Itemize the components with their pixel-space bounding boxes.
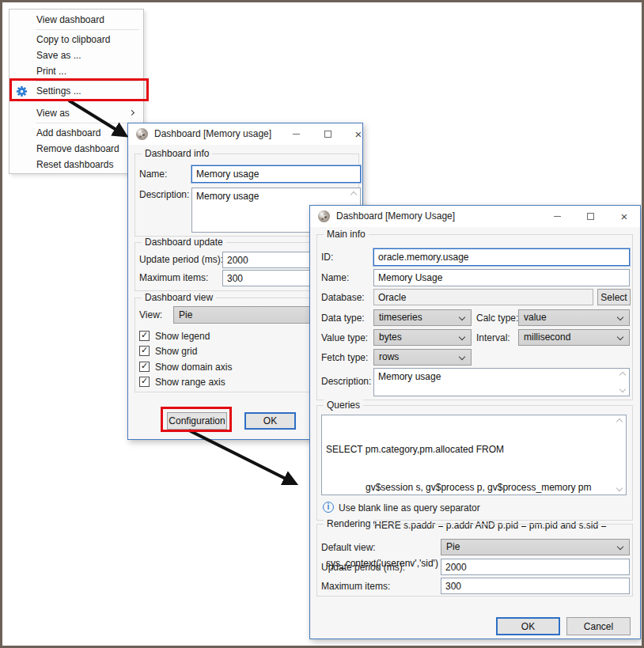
combobox-value: value (524, 310, 547, 325)
description-textarea[interactable]: Memory usage (373, 368, 630, 396)
close-button[interactable]: × (613, 206, 635, 227)
ok-button[interactable]: OK (496, 617, 560, 635)
cancel-button[interactable]: Cancel (566, 617, 631, 635)
menu-item-label: View dashboard (36, 12, 104, 28)
interval-label: Interval: (476, 330, 510, 346)
checkbox-label: Show grid (155, 345, 197, 358)
database-label: Database: (321, 290, 365, 305)
dialog2-title: Dashboard [Memory Usage] (336, 206, 455, 227)
menu-separator (36, 29, 139, 30)
queries-textarea[interactable]: SELECT pm.category,pm.allocated FROM gv$… (321, 415, 627, 495)
menu-item-label: Copy to clipboard (36, 32, 110, 47)
scroll-down-icon[interactable] (619, 387, 626, 393)
menu-item-label: Remove dashboard (36, 141, 119, 157)
combobox-value: timeseries (379, 310, 422, 325)
update-period-label: Update period (ms): (139, 252, 223, 267)
info-icon: i (323, 502, 334, 513)
dashboard-window-icon (136, 128, 148, 140)
group-title: Dashboard info (142, 148, 212, 159)
data-type-label: Data type: (321, 310, 365, 326)
menu-item-view-as[interactable]: View as (10, 105, 142, 121)
description-text: Memory usage (378, 370, 615, 383)
combobox-value: Pie (179, 307, 192, 324)
chevron-down-icon (459, 314, 465, 320)
select-database-button[interactable]: Select (597, 289, 631, 305)
menu-item-label: Print ... (36, 63, 66, 79)
view-label: View: (139, 307, 162, 323)
dashboard-window-icon (318, 210, 330, 222)
group-title: Rendering (324, 518, 373, 529)
maximum-items-input[interactable] (441, 578, 630, 594)
menu-item-print[interactable]: Print ... (10, 63, 142, 79)
interval-combobox[interactable]: millisecond (518, 329, 630, 346)
menu-item-settings[interactable]: Settings ... (10, 83, 142, 99)
description-label: Description: (321, 373, 371, 389)
calc-type-combobox[interactable]: value (518, 309, 630, 326)
close-button[interactable]: × (347, 123, 369, 145)
description-text: Memory usage (196, 190, 346, 203)
checkbox-checked-icon[interactable] (139, 346, 150, 356)
checkbox-label: Show range axis (155, 376, 225, 388)
menu-item-add-dashboard[interactable]: Add dashboard (10, 125, 142, 141)
id-input[interactable] (373, 248, 630, 266)
checkbox-checked-icon[interactable] (139, 362, 150, 372)
menu-separator (36, 81, 139, 81)
menu-item-label: View as (36, 105, 70, 121)
chevron-down-icon (617, 314, 623, 320)
menu-item-label: Reset dashboards (36, 157, 113, 172)
dialog2-titlebar[interactable]: Dashboard [Memory Usage] × (310, 206, 640, 227)
dialog1-titlebar[interactable]: Dashboard [Memory usage] × (128, 123, 362, 145)
update-period-label: Update period (ms): (321, 559, 405, 575)
id-label: ID: (321, 249, 333, 265)
scroll-up-icon[interactable] (350, 191, 357, 197)
minimize-button[interactable] (285, 123, 307, 145)
group-title: Dashboard update (142, 237, 226, 248)
name-input[interactable] (373, 269, 630, 286)
calc-type-label: Calc type: (476, 310, 518, 326)
combobox-value: rows (379, 350, 399, 365)
default-view-combobox[interactable]: Pie (441, 539, 630, 555)
scroll-up-icon[interactable] (616, 418, 623, 424)
menu-item-remove-dashboard[interactable]: Remove dashboard (10, 141, 142, 157)
combobox-value: millisecond (524, 330, 570, 345)
maximum-items-label: Maximum items: (139, 270, 208, 286)
chevron-down-icon (459, 354, 465, 360)
minimize-button[interactable] (546, 206, 568, 227)
menu-item-copy-to-clipboard[interactable]: Copy to clipboard (10, 32, 142, 47)
name-label: Name: (321, 270, 349, 286)
chevron-down-icon (617, 544, 623, 550)
database-field (373, 289, 593, 305)
data-type-combobox[interactable]: timeseries (373, 309, 472, 326)
menu-item-reset-dashboards[interactable]: Reset dashboards (10, 157, 142, 172)
query-separator-hint: Use blank line as query separator (339, 500, 480, 516)
gear-icon (16, 85, 28, 97)
sql-line: gv$session s, gv$process p, gv$process_m… (326, 481, 612, 494)
value-type-combobox[interactable]: bytes (373, 329, 472, 346)
menu-item-view-dashboard[interactable]: View dashboard (10, 12, 142, 28)
chevron-down-icon (617, 334, 623, 340)
update-period-input[interactable] (441, 559, 630, 575)
combobox-value: Pie (446, 540, 460, 555)
description-label: Description: (139, 187, 189, 203)
group-title: Dashboard view (142, 292, 216, 303)
default-view-label: Default view: (321, 540, 376, 555)
maximum-items-label: Maximum items: (321, 578, 390, 594)
menu-item-save-as[interactable]: Save as ... (10, 47, 142, 63)
menu-item-label: Add dashboard (36, 125, 100, 141)
scroll-up-icon[interactable] (619, 371, 626, 377)
submenu-arrow-icon (129, 110, 134, 116)
checkbox-checked-icon[interactable] (139, 331, 150, 341)
ok-button[interactable]: OK (244, 412, 296, 430)
scroll-down-icon[interactable] (616, 486, 623, 492)
menu-separator (36, 123, 139, 123)
configuration-button[interactable]: Configuration (167, 412, 227, 430)
group-title: Main info (324, 229, 369, 240)
maximize-button[interactable] (316, 123, 339, 145)
dialog-dashboard-configuration: Dashboard [Memory Usage] × Main info ID:… (309, 205, 641, 639)
name-label: Name: (139, 166, 167, 182)
dashboard-name-input[interactable] (191, 165, 361, 183)
checkbox-checked-icon[interactable] (139, 377, 150, 387)
fetch-type-combobox[interactable]: rows (373, 349, 472, 366)
menu-item-label: Settings ... (36, 83, 81, 99)
maximize-button[interactable] (579, 206, 601, 227)
